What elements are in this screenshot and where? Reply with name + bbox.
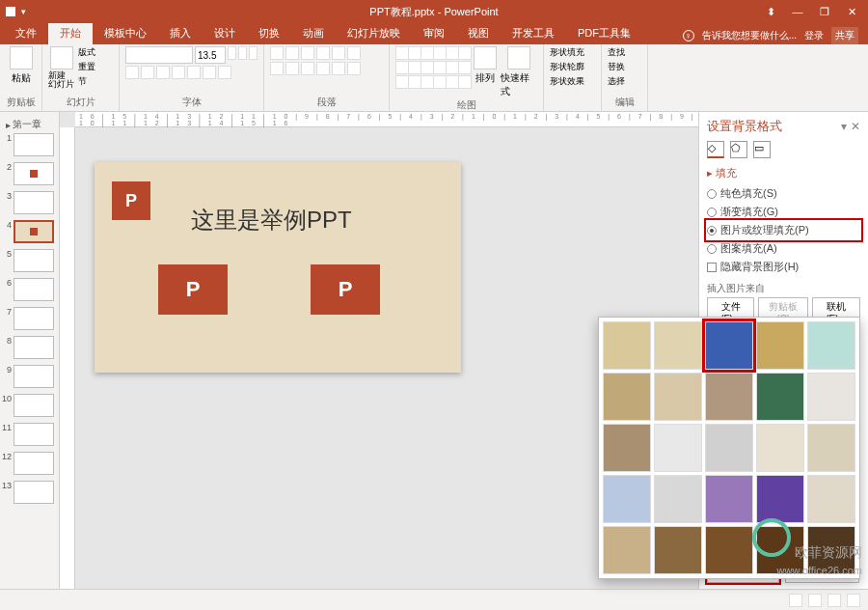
paste-button[interactable]: 粘贴: [6, 46, 36, 85]
picture-fill-radio[interactable]: 图片或纹理填充(P): [707, 221, 860, 239]
texture-swatch-8[interactable]: [756, 373, 804, 421]
arrange-button[interactable]: 排列: [474, 46, 497, 85]
slide[interactable]: P 这里是举例PPT P P: [95, 162, 461, 373]
texture-swatch-17[interactable]: [705, 475, 753, 523]
minimize-button[interactable]: —: [785, 2, 810, 21]
solid-fill-radio[interactable]: 纯色填充(S): [707, 184, 860, 203]
decrease-font-icon[interactable]: [238, 46, 247, 60]
texture-swatch-10[interactable]: [603, 424, 651, 472]
thumbnail-panel[interactable]: ▸ 第一章 1 2 3 4 5 6 7 8 9 10 11 12 13: [0, 112, 60, 589]
thumb-9[interactable]: [14, 365, 54, 388]
texture-swatch-14[interactable]: [807, 424, 855, 472]
tab-design[interactable]: 设计: [203, 22, 247, 44]
font-color-icon[interactable]: [218, 66, 231, 79]
texture-swatch-22[interactable]: [705, 526, 753, 574]
increase-font-icon[interactable]: [228, 46, 236, 60]
spacing-icon[interactable]: [203, 66, 216, 79]
tell-me[interactable]: 告诉我您想要做什么...: [702, 29, 797, 42]
picture-tab-icon[interactable]: ▭: [753, 141, 771, 158]
fill-tab-icon[interactable]: ◇: [707, 141, 724, 158]
texture-swatch-16[interactable]: [654, 475, 702, 523]
view-normal-icon[interactable]: [789, 594, 802, 607]
effects-tab-icon[interactable]: ⬠: [730, 141, 747, 158]
shape-fill-button[interactable]: 形状填充: [550, 46, 595, 59]
thumb-2[interactable]: [14, 162, 54, 185]
tab-slideshow[interactable]: 幻灯片放映: [336, 22, 412, 44]
gradient-fill-radio[interactable]: 渐变填充(G): [707, 203, 860, 221]
find-button[interactable]: 查找: [608, 46, 641, 59]
tab-pdf[interactable]: PDF工具集: [566, 22, 642, 44]
view-sorter-icon[interactable]: [808, 594, 822, 607]
strike-icon[interactable]: [172, 66, 185, 79]
replace-button[interactable]: 替换: [608, 61, 641, 73]
section-button[interactable]: 节: [78, 75, 95, 88]
justify-icon[interactable]: [316, 62, 330, 75]
numbering-icon[interactable]: [285, 46, 299, 60]
tab-review[interactable]: 审阅: [412, 22, 456, 44]
close-button[interactable]: ✕: [839, 2, 864, 21]
restore-button[interactable]: ❐: [812, 2, 837, 21]
texture-swatch-5[interactable]: [603, 373, 651, 421]
texture-swatch-18[interactable]: [756, 475, 804, 523]
share-link[interactable]: 共享: [831, 27, 858, 44]
align-left-icon[interactable]: [270, 62, 284, 75]
font-size-select[interactable]: [195, 46, 226, 64]
font-select[interactable]: [125, 46, 193, 64]
ribbon-min-button[interactable]: ⬍: [758, 2, 783, 21]
thumb-11[interactable]: [14, 423, 54, 446]
thumb-12[interactable]: [14, 452, 54, 475]
fill-section[interactable]: ▸ 填充: [707, 166, 860, 180]
hide-bg-checkbox[interactable]: 隐藏背景图形(H): [707, 258, 860, 276]
pattern-fill-radio[interactable]: 图案填充(A): [707, 239, 860, 258]
thumb-1[interactable]: [14, 133, 54, 156]
texture-swatch-9[interactable]: [807, 373, 855, 421]
pane-close-icon[interactable]: ✕: [851, 120, 860, 133]
tab-insert[interactable]: 插入: [158, 22, 203, 44]
clear-format-icon[interactable]: [249, 46, 258, 60]
slide-card-1[interactable]: P: [158, 264, 228, 315]
texture-swatch-0[interactable]: [603, 321, 651, 370]
login-link[interactable]: 登录: [804, 29, 824, 42]
bold-icon[interactable]: [125, 66, 139, 79]
tab-home[interactable]: 开始: [48, 22, 93, 44]
shape-icon[interactable]: [395, 46, 409, 60]
view-slideshow-icon[interactable]: [847, 594, 860, 607]
slide-title[interactable]: 这里是举例PPT: [191, 205, 352, 236]
texture-swatch-1[interactable]: [654, 321, 702, 370]
tab-template[interactable]: 模板中心: [93, 22, 158, 44]
thumb-7[interactable]: [14, 307, 54, 330]
tab-animations[interactable]: 动画: [291, 22, 336, 44]
layout-button[interactable]: 版式: [78, 46, 95, 59]
texture-swatch-19[interactable]: [807, 475, 855, 523]
quickstyle-button[interactable]: 快速样式: [501, 46, 537, 98]
thumb-13[interactable]: [14, 481, 54, 504]
texture-swatch-3[interactable]: [756, 321, 804, 370]
indent-dec-icon[interactable]: [301, 46, 314, 60]
thumb-10[interactable]: [14, 394, 54, 417]
shadow-icon[interactable]: [187, 66, 201, 79]
shape-effects-button[interactable]: 形状效果: [550, 75, 595, 88]
thumb-8[interactable]: [14, 336, 54, 359]
texture-swatch-7[interactable]: [705, 373, 753, 421]
texture-swatch-4[interactable]: [807, 321, 855, 370]
underline-icon[interactable]: [156, 66, 170, 79]
texture-swatch-11[interactable]: [654, 424, 702, 472]
tab-file[interactable]: 文件: [4, 22, 48, 44]
texture-swatch-2[interactable]: [705, 321, 753, 370]
smartart-icon[interactable]: [347, 62, 361, 75]
texture-swatch-6[interactable]: [654, 373, 702, 421]
texture-swatch-12[interactable]: [705, 424, 753, 472]
tab-developer[interactable]: 开发工具: [501, 22, 566, 44]
new-slide-button[interactable]: 新建 幻灯片: [48, 46, 74, 89]
italic-icon[interactable]: [141, 66, 154, 79]
texture-swatch-20[interactable]: [603, 526, 651, 574]
slide-card-2[interactable]: P: [311, 264, 380, 315]
align-right-icon[interactable]: [301, 62, 314, 75]
text-dir-icon[interactable]: [347, 46, 361, 60]
thumb-6[interactable]: [14, 278, 54, 301]
tab-transitions[interactable]: 切换: [247, 22, 291, 44]
texture-swatch-15[interactable]: [603, 475, 651, 523]
thumb-3[interactable]: [14, 191, 54, 214]
align-center-icon[interactable]: [285, 62, 299, 75]
section-header[interactable]: ▸ 第一章: [2, 116, 57, 133]
